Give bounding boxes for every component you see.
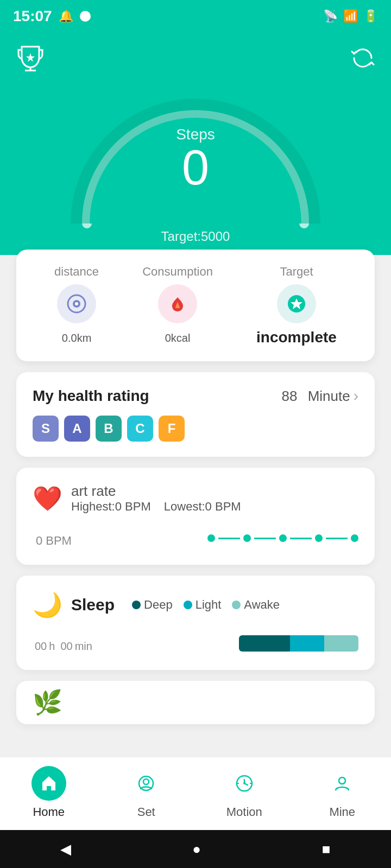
sleep-time: 00h00min xyxy=(33,632,92,655)
sleep-card: 🌙 Sleep Deep Light Awake 00h00min xyxy=(16,576,375,670)
mine-icon[interactable] xyxy=(325,766,360,801)
chart-dot-2 xyxy=(243,534,251,542)
target-icon xyxy=(277,284,316,323)
heart-bpm-row: 0BPM xyxy=(33,527,358,550)
trophy-icon[interactable] xyxy=(16,43,45,77)
stats-row: distance 0.0km Consumption xyxy=(33,265,358,346)
heart-bpm-value: 0BPM xyxy=(33,527,72,550)
sleep-bar-light xyxy=(290,635,324,652)
home-label: Home xyxy=(33,805,65,819)
heart-chart xyxy=(207,534,358,542)
health-header: My health rating 88 Minute › xyxy=(33,387,358,405)
stat-consumption: Consumption 0kcal xyxy=(142,265,213,346)
sleep-bar-awake xyxy=(324,635,358,652)
highest-label: Highest:0 BPM xyxy=(71,500,151,514)
stat-target: Target incomplete xyxy=(256,265,337,346)
svg-point-9 xyxy=(143,779,149,784)
heart-rate-label: art rate xyxy=(71,483,241,500)
time-display: 15:07 xyxy=(13,8,52,25)
status-bar: 15:07 🔔 📡 📶 🔋 xyxy=(0,0,391,33)
svg-point-13 xyxy=(339,777,345,784)
chart-dot-3 xyxy=(279,534,287,542)
gauge-target: Target:5000 xyxy=(161,229,230,244)
chart-line-4 xyxy=(326,538,348,539)
refresh-icon[interactable] xyxy=(351,46,375,75)
nav-home[interactable]: Home xyxy=(31,766,66,819)
notification-icon: 🔔 xyxy=(59,9,73,23)
bottom-nav: Home Set Motion xyxy=(0,757,391,830)
partial-card-icon: 🌿 xyxy=(33,688,62,717)
lowest-label: Lowest:0 BPM xyxy=(164,500,241,514)
heart-header: ❤️ art rate Highest:0 BPM Lowest:0 BPM xyxy=(33,483,358,514)
sleep-header: 🌙 Sleep Deep Light Awake xyxy=(33,591,358,619)
wifi-icon: 📶 xyxy=(343,9,358,23)
svg-point-5 xyxy=(75,302,78,305)
chart-line-2 xyxy=(254,538,276,539)
legend-awake: Awake xyxy=(232,598,280,612)
svg-point-10 xyxy=(243,782,245,784)
home-button[interactable]: ● xyxy=(192,841,201,858)
battery-icon: 🔋 xyxy=(363,9,378,23)
chart-line-1 xyxy=(218,538,240,539)
recent-button[interactable]: ■ xyxy=(322,841,331,858)
legend-dot-awake xyxy=(232,601,241,609)
set-label: Set xyxy=(137,805,155,819)
partial-card: 🌿 xyxy=(16,681,375,724)
health-rating-card[interactable]: My health rating 88 Minute › S A B C F xyxy=(16,372,375,457)
consumption-value: 0kcal xyxy=(165,329,191,346)
status-time-area: 15:07 🔔 xyxy=(13,8,91,25)
sleep-title: Sleep xyxy=(71,596,115,614)
distance-icon xyxy=(57,284,96,323)
mine-label: Mine xyxy=(329,805,355,819)
grade-a: A xyxy=(64,416,90,442)
grade-b: B xyxy=(96,416,122,442)
target-label: Target xyxy=(280,265,313,279)
motion-icon[interactable] xyxy=(227,766,262,801)
heart-title: art rate Highest:0 BPM Lowest:0 BPM xyxy=(71,483,241,514)
heart-rate-card: ❤️ art rate Highest:0 BPM Lowest:0 BPM 0… xyxy=(16,468,375,565)
status-right-icons: 📡 📶 🔋 xyxy=(323,9,378,23)
motion-label: Motion xyxy=(226,805,262,819)
distance-label: distance xyxy=(54,265,99,279)
gauge-section: Steps 0 Target:5000 xyxy=(0,77,391,255)
heart-stats: Highest:0 BPM Lowest:0 BPM xyxy=(71,500,241,514)
distance-value: 0.0km xyxy=(62,329,91,346)
grade-c: C xyxy=(127,416,153,442)
set-icon[interactable] xyxy=(129,766,163,801)
grade-s: S xyxy=(33,416,59,442)
chart-dot-1 xyxy=(207,534,215,542)
nav-set[interactable]: Set xyxy=(129,766,163,819)
steps-value: 0 xyxy=(60,143,331,192)
legend-dot-deep xyxy=(132,601,141,609)
android-nav: ◀ ● ■ xyxy=(0,830,391,868)
record-icon xyxy=(80,11,91,22)
chart-dot-5 xyxy=(351,534,358,542)
legend-light: Light xyxy=(184,598,222,612)
legend-deep: Deep xyxy=(132,598,173,612)
chevron-right-icon: › xyxy=(354,387,358,405)
sleep-legend: Deep Light Awake xyxy=(132,598,280,612)
steps-gauge: Steps 0 xyxy=(60,88,331,229)
legend-dot-light xyxy=(184,601,192,609)
sleep-icon: 🌙 xyxy=(33,591,62,619)
chart-line-3 xyxy=(290,538,312,539)
cast-icon: 📡 xyxy=(323,9,338,23)
stat-distance: distance 0.0km xyxy=(54,265,99,346)
sleep-data-row: 00h00min xyxy=(33,632,358,655)
chart-dot-4 xyxy=(315,534,323,542)
home-icon[interactable] xyxy=(31,766,66,801)
nav-mine[interactable]: Mine xyxy=(325,766,360,819)
nav-motion[interactable]: Motion xyxy=(226,766,262,819)
target-value: incomplete xyxy=(256,329,337,346)
health-title: My health rating xyxy=(33,387,149,405)
grade-badges: S A B C F xyxy=(33,416,358,442)
heart-icon: ❤️ xyxy=(33,484,62,513)
sleep-bar xyxy=(239,635,358,652)
consumption-label: Consumption xyxy=(142,265,213,279)
stats-card: distance 0.0km Consumption xyxy=(16,250,375,361)
health-time: 88 Minute › xyxy=(281,387,358,405)
sleep-bar-deep xyxy=(239,635,290,652)
consumption-icon xyxy=(158,284,197,323)
header xyxy=(0,33,391,77)
back-button[interactable]: ◀ xyxy=(60,841,71,858)
